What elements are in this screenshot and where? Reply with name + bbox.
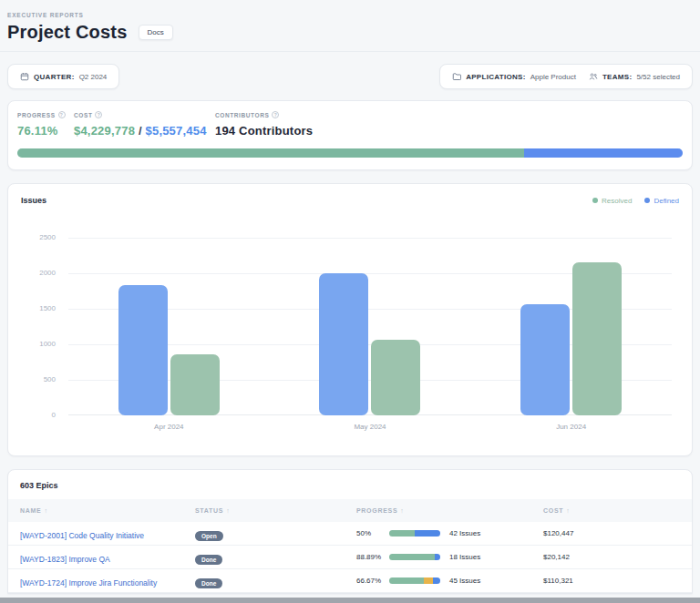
bar-defined[interactable] (520, 304, 570, 415)
right-filters: APPLICATIONS: Apple Product TEAMS: 5/52 … (439, 64, 693, 89)
help-icon[interactable]: ? (272, 111, 279, 118)
project-costs-page: EXECUTIVE REPORTS Project Costs Docs QUA… (0, 0, 700, 603)
progress-minibar (389, 577, 440, 584)
table-header-row: NAME↑STATUS↑PROGRESS↑COST↑ (8, 499, 692, 522)
progress-percent: 50% (356, 529, 389, 537)
overall-progress-segment (17, 148, 524, 158)
y-tick-label: 0 (21, 411, 56, 419)
status-badge: Done (195, 555, 222, 565)
page-title: Project Costs (7, 22, 128, 43)
table-row: [WAYD-1724] Improve Jira FunctionalityDo… (8, 569, 692, 593)
status-badge: Open (195, 531, 223, 541)
bar-resolved[interactable] (572, 262, 622, 415)
bar-defined[interactable] (118, 285, 168, 415)
chart-legend: ResolvedDefined (592, 197, 679, 205)
table-body: [WAYD-2001] Code Quality InitiativeOpen5… (8, 522, 692, 593)
legend-dot (644, 198, 650, 203)
overall-progress-segment (524, 148, 683, 158)
quarter-label: QUARTER: (34, 73, 75, 81)
column-header-cost[interactable]: COST↑ (543, 507, 680, 514)
cost-value: $120,447 (543, 529, 680, 537)
bar-resolved[interactable] (170, 354, 220, 415)
cost-value: $110,321 (543, 577, 680, 585)
y-tick-label: 2500 (21, 233, 56, 241)
quarter-value: Q2 2024 (79, 73, 108, 81)
chart-plot: Apr 2024May 2024Jun 2024 (68, 238, 672, 415)
sort-icon: ↑ (566, 507, 570, 514)
progress-value: 76.11% (17, 124, 74, 138)
column-header-progress[interactable]: PROGRESS↑ (356, 507, 543, 514)
teams-label: TEAMS: (602, 73, 632, 81)
contributors-value: 194 Contributors (215, 124, 313, 138)
header-divider (0, 51, 700, 52)
x-tick-label: Apr 2024 (154, 423, 183, 431)
quarter-filter[interactable]: QUARTER: Q2 2024 (7, 64, 119, 89)
epic-link[interactable]: [WAYD-1724] Improve Jira Functionality (20, 578, 157, 588)
table-row: [WAYD-1823] Improve QADone88.89%18 Issue… (8, 546, 692, 569)
table-row: [WAYD-2001] Code Quality InitiativeOpen5… (8, 522, 692, 546)
column-header-status[interactable]: STATUS↑ (195, 507, 356, 514)
help-icon[interactable]: ? (95, 111, 102, 118)
bar-group: Apr 2024 (118, 238, 220, 415)
overall-progress-bar (17, 148, 683, 158)
breadcrumb: EXECUTIVE REPORTS (7, 0, 693, 18)
progress-percent: 88.89% (356, 553, 389, 561)
bottom-cutoff-strip (0, 598, 700, 603)
cost-value: $20,142 (543, 553, 680, 561)
epics-table-card: 603 Epics NAME↑STATUS↑PROGRESS↑COST↑ [WA… (7, 469, 693, 594)
progress-percent: 66.67% (356, 577, 389, 585)
issues-chart-card: Issues ResolvedDefined 05001000150020002… (7, 183, 693, 456)
bar-defined[interactable] (319, 273, 368, 415)
x-tick-label: Jun 2024 (556, 423, 586, 431)
progress-minibar (389, 554, 440, 560)
bar-resolved[interactable] (371, 340, 420, 415)
bar-group: May 2024 (319, 238, 420, 415)
y-tick-label: 1000 (21, 340, 56, 348)
applications-value: Apple Product (530, 73, 576, 81)
status-badge: Done (195, 578, 222, 588)
cost-separator: / (135, 124, 145, 138)
cost-label: COST (74, 112, 92, 118)
cost-total: $5,557,454 (146, 124, 207, 138)
y-tick-label: 500 (21, 375, 56, 383)
epics-count-title: 603 Epics (8, 481, 692, 490)
column-header-name[interactable]: NAME↑ (20, 507, 195, 514)
chart-y-labels: 05001000150020002500 (21, 238, 56, 415)
chart-groups: Apr 2024May 2024Jun 2024 (68, 238, 672, 415)
legend-dot (592, 198, 598, 203)
sort-icon: ↑ (400, 507, 404, 514)
applications-label: APPLICATIONS: (466, 73, 526, 81)
y-tick-label: 1500 (21, 304, 56, 312)
folder-icon (452, 72, 461, 81)
calendar-icon (20, 72, 29, 81)
epic-link[interactable]: [WAYD-1823] Improve QA (20, 555, 110, 564)
epic-link[interactable]: [WAYD-2001] Code Quality Initiative (20, 531, 144, 540)
stat-contributors: CONTRIBUTORS ? 194 Contributors (215, 111, 313, 138)
stats-card: PROGRESS ? 76.11% COST ? $4,229,778 / $5… (7, 100, 693, 170)
legend-item-resolved[interactable]: Resolved (592, 197, 632, 205)
sort-icon: ↑ (44, 507, 47, 514)
sort-icon: ↑ (226, 507, 230, 514)
progress-label: PROGRESS (17, 112, 56, 118)
docs-button[interactable]: Docs (139, 25, 173, 40)
teams-icon (589, 72, 598, 81)
stat-progress: PROGRESS ? 76.11% (17, 111, 74, 138)
x-tick-label: May 2024 (354, 423, 386, 431)
stat-cost: COST ? $4,229,778 / $5,557,454 (74, 111, 215, 138)
issues-bar-chart: 05001000150020002500 Apr 2024May 2024Jun… (21, 238, 679, 438)
chart-title: Issues (21, 196, 46, 205)
applications-filter[interactable]: APPLICATIONS: Apple Product (452, 72, 576, 81)
y-tick-label: 2000 (21, 269, 56, 277)
issues-count: 18 Issues (449, 553, 480, 561)
legend-item-defined[interactable]: Defined (644, 197, 679, 205)
bar-group: Jun 2024 (520, 238, 622, 415)
cost-spent: $4,229,778 (74, 124, 135, 138)
help-icon[interactable]: ? (58, 111, 66, 118)
issues-count: 45 Issues (449, 577, 480, 585)
progress-minibar (389, 530, 440, 537)
issues-count: 42 Issues (449, 529, 480, 537)
teams-value: 5/52 selected (636, 73, 680, 81)
teams-filter[interactable]: TEAMS: 5/52 selected (589, 72, 680, 81)
contributors-label: CONTRIBUTORS (215, 112, 269, 118)
